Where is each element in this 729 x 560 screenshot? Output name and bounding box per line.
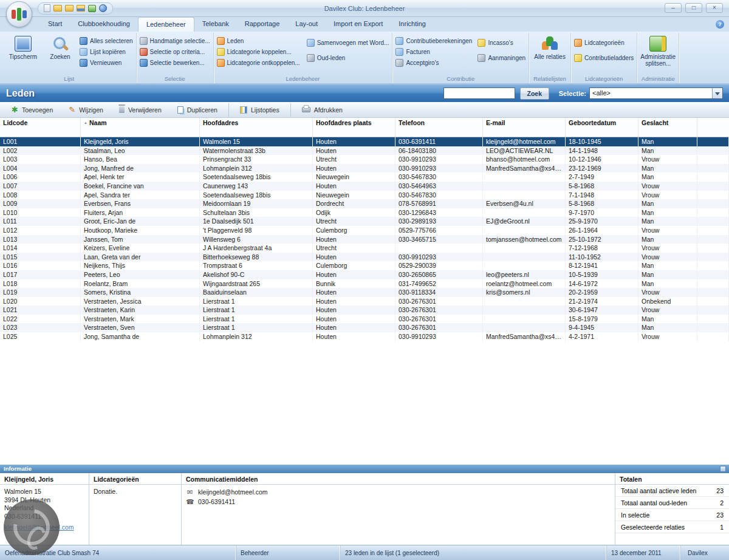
- table-row[interactable]: L011 Groot, Eric-Jan de 1e Daalsedijk 50…: [0, 217, 729, 226]
- table-row[interactable]: L008 Apel, Sandra ter Soetendaalseweg 18…: [0, 191, 729, 200]
- ribbon-small-button[interactable]: Aanmaningen: [477, 54, 525, 62]
- column-header-email[interactable]: E-mail: [483, 118, 566, 137]
- ribbon-small-button[interactable]: Leden: [217, 37, 300, 45]
- cell-hoofdadres: Wijngaardstraat 265: [200, 279, 313, 289]
- search-input[interactable]: [443, 87, 515, 99]
- column-header-naam[interactable]: Naam: [81, 118, 200, 137]
- ribbon-tab[interactable]: Inrichting: [391, 17, 434, 32]
- ribbon-tab[interactable]: Import en Export: [326, 17, 391, 32]
- ribbon-small-button[interactable]: Lijst kopiëren: [80, 48, 133, 56]
- ribbon-button-icon: [80, 37, 87, 45]
- column-header-geboortedatum[interactable]: Geboortedatum: [566, 118, 638, 137]
- table-row[interactable]: L006 Apel, Henk ter Soetendaalseweg 18bi…: [0, 172, 729, 182]
- zoek-button[interactable]: Zoek: [520, 87, 549, 100]
- ribbon-small-button[interactable]: Samenvoegen met Word...: [307, 39, 389, 47]
- cell-telefoon: 078-5768991: [395, 199, 483, 208]
- ribbon-small-button[interactable]: Contributieladders: [574, 54, 634, 62]
- cell-plaats: Houten: [313, 146, 395, 155]
- table-row[interactable]: L025 Jong, Samantha de Lohmanplein 312 H…: [0, 332, 729, 341]
- save-icon[interactable]: [77, 5, 85, 12]
- ribbon-tab[interactable]: Start: [40, 17, 70, 32]
- ribbon-small-button[interactable]: Handmatige selectie...: [140, 37, 210, 45]
- lidcategorieen-buttons: Lidcategorieën Contributieladders: [574, 34, 634, 74]
- ribbon-tab[interactable]: Lay-out: [287, 17, 326, 32]
- action-button[interactable]: Dupliceren: [169, 103, 229, 117]
- ribbon-tab[interactable]: Telebank: [194, 17, 237, 32]
- ribbon-small-button[interactable]: Alles selecteren: [80, 37, 133, 45]
- table-row[interactable]: L003 Hanso, Bea Prinsengracht 33 Utrecht…: [0, 155, 729, 164]
- open-folder-icon[interactable]: [53, 5, 62, 12]
- export-icon[interactable]: [88, 5, 96, 12]
- cell-lidcode: L013: [0, 235, 81, 244]
- cell-naam: Keizers, Eveline: [81, 244, 200, 253]
- ribbon-tab[interactable]: Ledenbeheer: [138, 17, 194, 32]
- ribbon-small-button[interactable]: Contributieberekeningen: [395, 37, 472, 45]
- table-row[interactable]: L022 Verstraeten, Mark Lierstraat 1 Hout…: [0, 315, 729, 324]
- cell-filler: [697, 164, 729, 173]
- close-button[interactable]: ×: [706, 3, 723, 13]
- table-row[interactable]: L017 Peeters, Leo Akelishof 90-C Houten …: [0, 270, 729, 279]
- maximize-button[interactable]: □: [685, 3, 702, 13]
- cell-plaats: Houten: [313, 164, 395, 173]
- action-button[interactable]: Afdrukken: [294, 103, 351, 117]
- table-row[interactable]: L009 Everbsen, Frans Meidoornlaan 19 Dor…: [0, 199, 729, 208]
- cell-naam: Hanso, Bea: [81, 155, 200, 164]
- table-row[interactable]: L016 Neijkens, Thijs Trompstraat 6 Culem…: [0, 261, 729, 270]
- table-row[interactable]: L018 Roelantz, Bram Wijngaardstraat 265 …: [0, 279, 729, 289]
- ribbon-tab[interactable]: Rapportage: [237, 17, 288, 32]
- table-row[interactable]: L014 Keizers, Eveline J A Hardenbergstra…: [0, 244, 729, 253]
- table-row[interactable]: L015 Laan, Greta van der Bitterhoekseweg…: [0, 253, 729, 262]
- selectie-dropdown[interactable]: <alle>: [589, 87, 723, 99]
- ribbon-small-button[interactable]: Lidcategorie koppelen...: [217, 48, 300, 56]
- ribbon-small-button[interactable]: Selectie op criteria...: [140, 48, 210, 56]
- column-header-hoofdadres-plaats[interactable]: Hoofdadres plaats: [313, 118, 395, 137]
- table-row[interactable]: L007 Boekel, Francine van Caunerweg 143 …: [0, 182, 729, 191]
- column-header-lidcode[interactable]: Lidcode: [0, 118, 81, 137]
- table-row[interactable]: L020 Verstraeten, Jessica Lierstraat 1 H…: [0, 297, 729, 306]
- document-icon[interactable]: [44, 4, 50, 12]
- column-header-hoofdadres[interactable]: Hoofdadres: [200, 118, 313, 137]
- tipscherm-button[interactable]: Tipscherm: [5, 34, 41, 74]
- ribbon-button-icon: [395, 59, 403, 67]
- table-row[interactable]: L002 Staalman, Leo Watermolenstraat 33b …: [0, 146, 729, 155]
- globe-icon[interactable]: [99, 4, 107, 12]
- ribbon-small-button[interactable]: Acceptgiro's: [395, 59, 472, 67]
- table-row[interactable]: L001 Kleijngeld, Joris Walmolen 15 Houte…: [0, 137, 729, 146]
- table-row[interactable]: L023 Verstraeten, Sven Lierstraat 1 Hout…: [0, 323, 729, 332]
- cell-filler: [697, 208, 729, 217]
- table-row[interactable]: L021 Verstraeten, Karin Lierstraat 1 Hou…: [0, 306, 729, 315]
- application-menu-button[interactable]: [6, 1, 32, 27]
- administratie-splitsen-button[interactable]: Administratie splitsen...: [640, 34, 676, 74]
- cell-geboortedatum: 5-8-1968: [566, 199, 638, 208]
- list-action-toolbar: Toevoegen Wijzigen Verwijderen Duplicere…: [0, 102, 729, 118]
- table-row[interactable]: L012 Houtkoop, Marieke 't Plaggenveld 98…: [0, 226, 729, 235]
- panel-toggle-icon[interactable]: [720, 466, 726, 472]
- help-icon[interactable]: ?: [716, 20, 724, 29]
- table-row[interactable]: L010 Fluiters, Arjan Schultelaan 3bis Od…: [0, 208, 729, 217]
- cell-geslacht: Vrouw: [638, 253, 697, 262]
- zoeken-button[interactable]: Zoeken: [43, 34, 78, 74]
- chevron-down-icon[interactable]: [712, 88, 722, 98]
- ribbon-small-button[interactable]: Lidcategorieën: [574, 39, 634, 47]
- action-button[interactable]: Verwijderen: [111, 103, 169, 117]
- ribbon-small-button[interactable]: Lidcategorie ontkoppelen...: [217, 59, 300, 67]
- action-button[interactable]: Wijzigen: [61, 103, 111, 117]
- ribbon-group-label: Selectie: [137, 75, 213, 82]
- ribbon-tab[interactable]: Clubboekhouding: [70, 17, 138, 32]
- ribbon-small-button[interactable]: Vernieuwen: [80, 59, 133, 67]
- ribbon-small-button[interactable]: Facturen: [395, 48, 472, 56]
- table-row[interactable]: L019 Somers, Kristina Baaiduinselaan Hou…: [0, 288, 729, 297]
- ribbon-small-button[interactable]: Incasso's: [477, 39, 525, 47]
- cell-filler: [697, 182, 729, 191]
- column-header-telefoon[interactable]: Telefoon: [395, 118, 483, 137]
- ribbon-small-button[interactable]: Selectie bewerken...: [140, 59, 210, 67]
- action-button[interactable]: Toevoegen: [4, 103, 61, 117]
- minimize-button[interactable]: –: [665, 3, 682, 13]
- table-row[interactable]: L013 Janssen, Tom Willensweg 6 Houten 03…: [0, 235, 729, 244]
- alle-relaties-button[interactable]: Alle relaties: [532, 34, 567, 74]
- ribbon-small-button[interactable]: Oud-leden: [307, 54, 389, 62]
- action-button[interactable]: Lijstopties: [232, 103, 291, 117]
- folder-icon[interactable]: [65, 5, 74, 12]
- column-header-geslacht[interactable]: Geslacht: [638, 118, 697, 137]
- table-row[interactable]: L004 Jong, Manfred de Lohmanplein 312 Ho…: [0, 164, 729, 173]
